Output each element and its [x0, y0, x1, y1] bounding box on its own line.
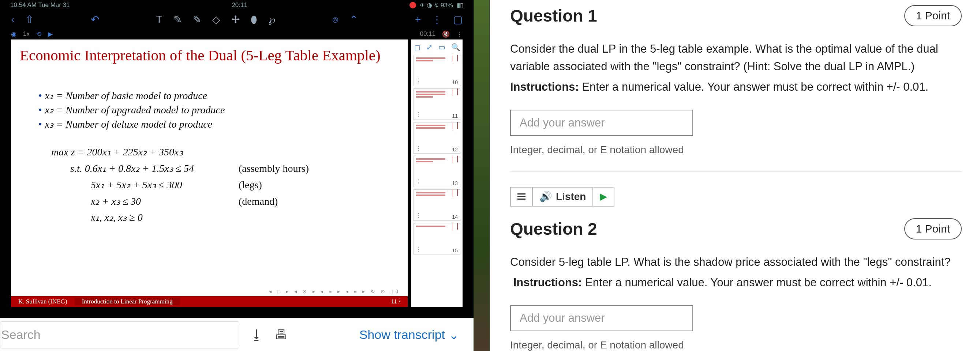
video-controls-bar: Search ⭳ 🖶 Show transcript ⌄: [0, 318, 474, 351]
status-time: 10:54 AM Tue Mar 31: [10, 2, 70, 9]
volume-icon[interactable]: 🔇: [442, 30, 450, 38]
slide-footer: K. Sullivan (INEG) Introduction to Linea…: [11, 296, 408, 307]
thumb-expand-icon[interactable]: ⤢: [426, 43, 433, 52]
pen-tool-icon[interactable]: ✎: [173, 14, 182, 25]
rewind-icon[interactable]: ⟲: [36, 30, 41, 38]
highlighter-tool-icon[interactable]: ✎: [193, 14, 201, 25]
listen-menu-button[interactable]: [511, 187, 533, 206]
thumb-bookmark-icon[interactable]: ◻: [414, 43, 420, 52]
more-menu-icon[interactable]: ⋮: [432, 14, 442, 25]
objective: max z = 200x₁ + 225x₂ + 350x₃: [51, 144, 183, 160]
listen-play-button[interactable]: ▶: [593, 187, 614, 206]
text-tool-icon[interactable]: T: [156, 14, 162, 25]
thumb-menu-icon[interactable]: ⋮: [415, 178, 421, 185]
thumbnail[interactable]: ⋮: [414, 122, 460, 154]
thumbnail[interactable]: ⋮: [414, 89, 460, 120]
chevron-up-icon[interactable]: ⌃: [350, 14, 358, 25]
search-placeholder: Search: [0, 327, 41, 342]
thumbnail[interactable]: ⋮: [414, 156, 460, 187]
split-divider[interactable]: [474, 0, 490, 351]
speed-label[interactable]: 1x: [23, 30, 30, 38]
thumb-menu-icon[interactable]: ⋮: [415, 246, 421, 253]
thumb-search-icon[interactable]: 🔍: [451, 43, 460, 52]
constraint-2-label: (legs): [239, 177, 262, 194]
settings-dots-icon[interactable]: ⋮: [457, 30, 463, 38]
bookmark-icon: [453, 55, 458, 62]
bookmark-icon: [453, 156, 458, 163]
shapes-tool-icon[interactable]: ✢: [231, 14, 240, 25]
bullet-3: x₃ = Number of deluxe model to produce: [45, 119, 212, 130]
question-1-points: 1 Point: [904, 5, 962, 26]
ipad-status-bar: 10:54 AM Tue Mar 31 20:11 ✈ ◑ ↯ 93% ▮▯: [0, 0, 474, 10]
lasso-tool-icon[interactable]: ⬮: [251, 14, 257, 25]
constraint-1: s.t. 0.6x₁ + 0.8x₂ + 1.5x₃ ≤ 54: [70, 160, 216, 177]
question-2-title: Question 2: [510, 219, 597, 239]
thumbnail[interactable]: ⋮: [414, 189, 460, 221]
question-2-header: Question 2 1 Point: [510, 218, 962, 240]
question-1-answer-input[interactable]: [510, 110, 693, 136]
question-1-header: Question 1 1 Point: [510, 5, 962, 26]
share-icon[interactable]: ⇧: [25, 14, 33, 25]
footer-page: 11 /: [384, 298, 408, 305]
record-indicator-icon: [409, 2, 416, 8]
page-icon[interactable]: ▢: [453, 14, 463, 25]
bookmark-icon: [453, 223, 458, 230]
bookmark-icon: [453, 89, 458, 96]
ipad-doc-area: Economic Interpretation of the Dual (5-L…: [0, 40, 474, 318]
slide-title: Economic Interpretation of the Dual (5-L…: [11, 40, 408, 68]
question-1-title: Question 1: [510, 6, 597, 25]
listen-widget: 🔊 Listen ▶: [510, 187, 614, 206]
instructions-label: Instructions:: [514, 276, 582, 289]
search-input[interactable]: Search: [0, 321, 239, 348]
mic-icon[interactable]: ⌾: [332, 14, 339, 25]
ipad-capture: 10:54 AM Tue Mar 31 20:11 ✈ ◑ ↯ 93% ▮▯ ‹…: [0, 0, 474, 318]
download-icon[interactable]: ⭳: [250, 327, 264, 343]
question-2-hint: Integer, decimal, or E notation allowed: [510, 339, 962, 351]
thumbnail[interactable]: ⋮: [414, 55, 460, 86]
speaker-icon: 🔊: [539, 191, 552, 203]
question-1-hint: Integer, decimal, or E notation allowed: [510, 144, 962, 156]
chevron-down-icon: ⌄: [449, 327, 459, 342]
bullet-1: x₁ = Number of basic model to produce: [45, 90, 207, 101]
question-1-text: Consider the dual LP in the 5-leg table …: [510, 40, 962, 75]
thumbs-toolbar: ◻ ⤢ ▭ 🔍: [414, 42, 460, 52]
hamburger-icon: [517, 194, 525, 200]
more-tool-icon[interactable]: ℘: [268, 14, 275, 25]
instructions-text: Enter a numerical value. Your answer mus…: [582, 276, 931, 289]
math-block: max z = 200x₁ + 225x₂ + 350x₃ s.t. 0.6x₁…: [38, 144, 395, 226]
thumbnail[interactable]: ⋮: [414, 223, 460, 254]
footer-course: Introduction to Linear Programming: [75, 298, 180, 305]
show-transcript-button[interactable]: Show transcript ⌄: [360, 327, 474, 342]
thumb-menu-icon[interactable]: ⋮: [415, 78, 421, 84]
constraint-1-label: (assembly hours): [239, 160, 309, 177]
bookmark-icon: [453, 122, 458, 129]
undo-icon[interactable]: ↶: [91, 14, 99, 25]
question-2-answer-input[interactable]: [510, 305, 693, 331]
slide-thumbnails: ◻ ⤢ ▭ 🔍 ⋮ ⋮ ⋮ ⋮ ⋮ ⋮: [411, 40, 463, 307]
listen-row: 🔊 Listen ▶: [510, 187, 962, 206]
question-1-instructions: Instructions: Enter a numerical value. Y…: [510, 78, 962, 96]
add-icon[interactable]: +: [415, 14, 421, 25]
question-divider: [510, 171, 962, 172]
thumb-menu-icon[interactable]: ⋮: [415, 212, 421, 219]
slide-body: •x₁ = Number of basic model to produce •…: [11, 68, 408, 230]
video-lecture-pane: 10:54 AM Tue Mar 31 20:11 ✈ ◑ ↯ 93% ▮▯ ‹…: [0, 0, 474, 351]
status-right: ✈ ◑ ↯ 93% ▮▯: [409, 2, 463, 9]
thumb-grid-icon[interactable]: ▭: [438, 43, 445, 52]
status-center: 20:11: [232, 2, 247, 9]
elapsed-time: 00:11: [420, 30, 436, 38]
back-icon[interactable]: ‹: [11, 14, 14, 25]
play-icon[interactable]: ▶: [48, 30, 53, 38]
eraser-tool-icon[interactable]: ◇: [212, 14, 220, 25]
ipad-app-toolbar: ‹ ⇧ ↶ T ✎ ✎ ◇ ✢ ⬮ ℘ ⌾ ⌃ + ⋮ ▢: [0, 10, 474, 29]
constraint-3-label: (demand): [239, 194, 278, 210]
question-2-text: Consider 5-leg table LP. What is the sha…: [510, 253, 962, 271]
print-icon[interactable]: 🖶: [274, 327, 288, 343]
quiz-pane: Question 1 1 Point Consider the dual LP …: [490, 0, 980, 351]
question-2-instructions: Instructions: Enter a numerical value. Y…: [510, 274, 962, 291]
thumb-menu-icon[interactable]: ⋮: [415, 145, 421, 152]
listen-button[interactable]: 🔊 Listen: [533, 187, 593, 206]
battery-icon: ▮▯: [457, 2, 463, 9]
record-icon[interactable]: ◉: [11, 30, 16, 38]
thumb-menu-icon[interactable]: ⋮: [415, 111, 421, 118]
